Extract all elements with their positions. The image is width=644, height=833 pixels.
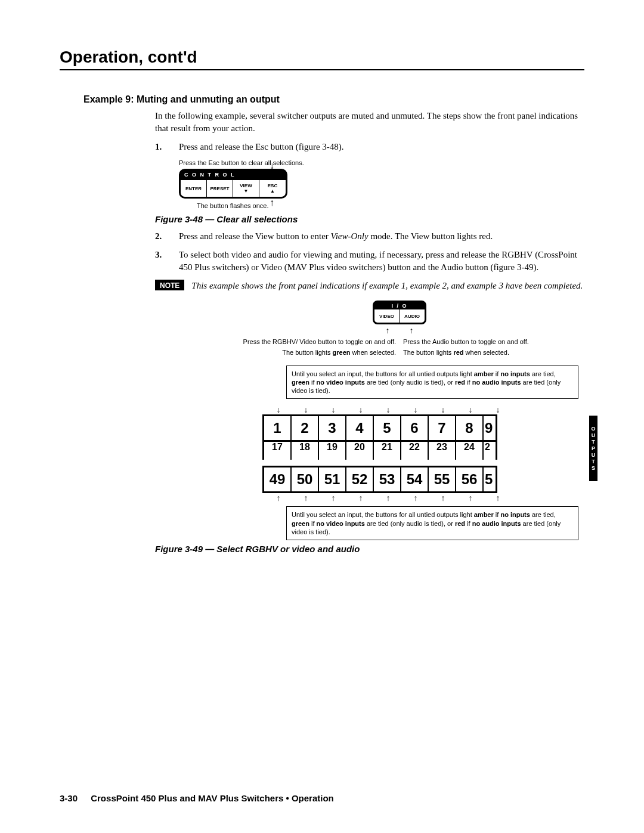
output-cell: 6 bbox=[401, 416, 429, 440]
video-press-label: Press the RGBHV/ Video button to toggle … bbox=[218, 337, 396, 346]
step-3: 3. To select both video and audio for vi… bbox=[155, 249, 584, 274]
arrow-up-icon: ↑ bbox=[400, 326, 423, 335]
step2-italic: View-Only bbox=[331, 231, 369, 241]
legend-bottom: Until you select an input, the buttons f… bbox=[286, 506, 578, 540]
output-cell: 2 bbox=[292, 416, 319, 440]
control-panel: C O N T R O L ENTER PRESET VIEW ▼ ESC ▲ bbox=[179, 169, 287, 199]
page-footer: 3-30 CrossPoint 450 Plus and MAV Plus Sw… bbox=[60, 793, 334, 803]
step-number: 3. bbox=[155, 249, 179, 274]
output-cell: 18 bbox=[292, 442, 319, 460]
panel-header: C O N T R O L bbox=[181, 171, 286, 179]
output-cell: 24 bbox=[456, 442, 484, 460]
step-2: 2. Press and release the View button to … bbox=[155, 230, 584, 243]
output-row-3: 49 50 51 52 53 54 55 56 5 bbox=[262, 466, 497, 493]
output-cell: 55 bbox=[429, 467, 456, 491]
video-button: VIDEO bbox=[374, 309, 400, 323]
arrow-row-bottom: ↑↑↑↑↑↑↑↑↑ bbox=[265, 493, 584, 503]
note-text: This example shows the front panel indic… bbox=[191, 280, 584, 292]
step-1: 1. Press and release the Esc button (fig… bbox=[155, 141, 584, 153]
note-tag: NOTE bbox=[155, 280, 184, 290]
step-text: Press and release the View button to ent… bbox=[179, 230, 584, 243]
step2-part-a: Press and release the View button to ent… bbox=[179, 231, 331, 241]
step-text: Press and release the Esc button (figure… bbox=[179, 141, 584, 153]
output-cell: 56 bbox=[456, 467, 484, 491]
step2-part-b: mode. The View button lights red. bbox=[369, 231, 493, 241]
triangle-down-icon: ▼ bbox=[244, 188, 249, 194]
preset-button: PRESET bbox=[207, 180, 233, 197]
note-block: NOTE This example shows the front panel … bbox=[155, 280, 584, 292]
output-cell: 22 bbox=[401, 442, 429, 460]
audio-light-label: The button lights red when selected. bbox=[403, 348, 581, 357]
output-row-2: 17 18 19 20 21 22 23 24 2 bbox=[262, 442, 497, 460]
output-cell: 19 bbox=[319, 442, 346, 460]
enter-button: ENTER bbox=[181, 180, 207, 197]
figure-3-48: Press the Esc button to clear all select… bbox=[179, 159, 584, 209]
esc-button: ESC ▲ bbox=[259, 180, 286, 197]
output-cell: 21 bbox=[374, 442, 401, 460]
arrow-down-icon: ↓ bbox=[270, 160, 274, 171]
intro-paragraph: In the following example, several switch… bbox=[155, 110, 584, 135]
audio-button: AUDIO bbox=[400, 309, 425, 323]
esc-label: ESC bbox=[268, 183, 277, 188]
figure-3-49: I / O VIDEO AUDIO ↑↑ Press the RGBHV/ Vi… bbox=[215, 301, 584, 540]
output-cell: 50 bbox=[292, 467, 319, 491]
output-cell: 2 bbox=[484, 442, 496, 460]
figure-49-caption: Figure 3-49 — Select RGBHV or video and … bbox=[155, 544, 584, 554]
audio-press-label: Press the Audio button to toggle on and … bbox=[403, 337, 581, 346]
output-cell: 5 bbox=[374, 416, 401, 440]
triangle-up-icon: ▲ bbox=[270, 188, 275, 194]
fig48-top-label: Press the Esc button to clear all select… bbox=[179, 159, 584, 166]
output-cell: 52 bbox=[346, 467, 374, 491]
outputs-side-label: OUTPUTS bbox=[589, 416, 597, 481]
outputs-grid: ↓↓↓↓↓↓↓↓↓ 1 2 3 4 5 6 7 8 9 17 18 19 20 … bbox=[262, 405, 584, 503]
page-number: 3-30 bbox=[60, 793, 78, 803]
output-cell: 17 bbox=[264, 442, 292, 460]
step-number: 2. bbox=[155, 230, 179, 243]
example-heading: Example 9: Muting and unmuting an output bbox=[83, 94, 584, 105]
footer-text: CrossPoint 450 Plus and MAV Plus Switche… bbox=[91, 793, 334, 803]
page-title: Operation, cont'd bbox=[60, 48, 584, 70]
view-label: VIEW bbox=[240, 183, 252, 188]
audio-label-col: Press the Audio button to toggle on and … bbox=[400, 337, 584, 357]
io-panel: I / O VIDEO AUDIO bbox=[373, 301, 426, 324]
output-cell: 23 bbox=[429, 442, 456, 460]
output-cell: 4 bbox=[346, 416, 374, 440]
arrow-row-top: ↓↓↓↓↓↓↓↓↓ bbox=[265, 405, 584, 414]
output-cell: 9 bbox=[484, 416, 496, 440]
output-cell: 1 bbox=[264, 416, 292, 440]
io-arrow-row: ↑↑ bbox=[215, 326, 584, 335]
output-cell: 3 bbox=[319, 416, 346, 440]
video-light-label: The button lights green when selected. bbox=[218, 348, 396, 357]
output-cell: 51 bbox=[319, 467, 346, 491]
output-cell: 5 bbox=[484, 467, 496, 491]
output-cell: 8 bbox=[456, 416, 484, 440]
output-cell: 49 bbox=[264, 467, 292, 491]
output-row-1: 1 2 3 4 5 6 7 8 9 bbox=[262, 414, 497, 442]
io-header: I / O bbox=[374, 302, 425, 309]
output-cell: 53 bbox=[374, 467, 401, 491]
legend-top: Until you select an input, the buttons f… bbox=[286, 366, 578, 400]
step-number: 1. bbox=[155, 141, 179, 153]
figure-48-caption: Figure 3-48 — Clear all selections bbox=[155, 214, 584, 224]
output-cell: 7 bbox=[429, 416, 456, 440]
arrow-up-icon: ↑ bbox=[376, 326, 400, 335]
video-label-col: Press the RGBHV/ Video button to toggle … bbox=[215, 337, 400, 357]
output-cell: 20 bbox=[346, 442, 374, 460]
arrow-up-icon: ↑ bbox=[270, 197, 274, 208]
view-button: VIEW ▼ bbox=[233, 180, 259, 197]
fig48-bottom-label: The button flashes once. bbox=[197, 202, 584, 209]
output-cell: 54 bbox=[401, 467, 429, 491]
step-text: To select both video and audio for viewi… bbox=[179, 249, 584, 274]
